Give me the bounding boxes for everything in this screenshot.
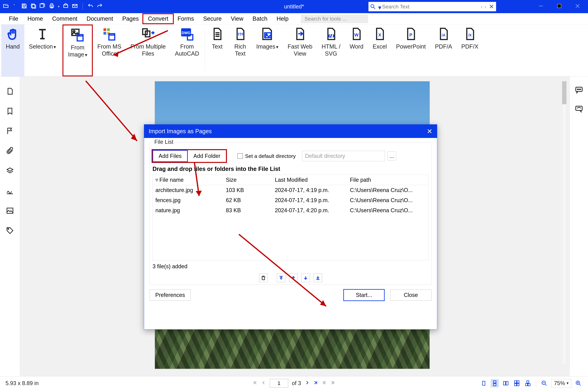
redo-icon[interactable] — [97, 3, 103, 10]
move-up-button[interactable] — [289, 274, 298, 282]
search-next-icon[interactable]: › — [484, 4, 487, 10]
dialog-titlebar[interactable]: Import Images as Pages ✕ — [144, 125, 437, 138]
menu-pages[interactable]: Pages — [118, 14, 144, 23]
zoom-in-button[interactable] — [574, 379, 583, 388]
tool-pdfx[interactable]: /X PDF/X — [457, 25, 483, 76]
menu-view[interactable]: View — [226, 14, 248, 23]
move-down-button[interactable] — [301, 274, 310, 282]
tool-word[interactable]: W Word — [345, 25, 368, 76]
close-icon[interactable] — [575, 3, 581, 10]
menu-document[interactable]: Document — [82, 14, 118, 23]
view-cover-button[interactable] — [524, 379, 532, 388]
next-page-button[interactable] — [305, 380, 310, 387]
zoom-level[interactable]: 75%▾ — [551, 379, 572, 388]
tool-images[interactable]: Images▾ — [252, 25, 283, 76]
print-icon[interactable] — [49, 3, 55, 10]
browse-dir-button[interactable]: ... — [388, 151, 396, 161]
bookmarks-icon[interactable] — [6, 107, 14, 116]
open-file-icon[interactable] — [3, 3, 9, 10]
search-close-icon[interactable]: ✕ — [487, 3, 496, 10]
maximize-icon[interactable] — [556, 3, 562, 10]
tool-pdfa[interactable]: /A PDF/A — [431, 25, 457, 76]
view-facing-cont-button[interactable] — [513, 379, 521, 388]
tool-rich-text[interactable]: RTF Rich Text — [229, 25, 252, 76]
tool-from-image[interactable]: From Image▾ — [62, 25, 93, 76]
save-icon[interactable] — [21, 3, 27, 10]
tool-from-msoffice[interactable]: From MS Office — [93, 25, 126, 76]
save-copy-icon[interactable] — [30, 3, 37, 10]
set-default-dir-checkbox[interactable] — [237, 153, 243, 159]
chat-pane-icon[interactable] — [575, 105, 583, 114]
menu-forms[interactable]: Forms — [173, 14, 198, 23]
menu-batch[interactable]: Batch — [248, 14, 272, 23]
view-single-button[interactable] — [480, 379, 488, 388]
move-top-button[interactable] — [277, 274, 286, 282]
menu-home[interactable]: Home — [23, 14, 48, 23]
layers-icon[interactable] — [6, 167, 14, 176]
svg-rect-60 — [528, 384, 530, 386]
menu-convert[interactable]: Convert — [143, 13, 174, 24]
tool-from-multiple-files[interactable]: From Multiple Files — [126, 25, 170, 76]
col-last-modified[interactable]: Last Modified — [275, 177, 350, 183]
vertical-scrollbar[interactable] — [562, 81, 567, 364]
svg-rect-58 — [527, 381, 529, 383]
tool-selection[interactable]: Selection▾ — [24, 25, 60, 76]
attachments-icon[interactable] — [6, 147, 14, 156]
undo-icon[interactable] — [88, 3, 94, 10]
zoom-out-button[interactable] — [540, 379, 548, 388]
tags-icon[interactable] — [6, 227, 14, 236]
delete-row-button[interactable] — [259, 274, 268, 282]
add-folder-button[interactable]: Add Folder — [188, 150, 226, 162]
dialog-close-icon[interactable]: ✕ — [427, 127, 433, 135]
email-icon[interactable] — [72, 3, 78, 10]
move-bottom-button[interactable] — [314, 274, 322, 282]
prev-page-button[interactable] — [261, 380, 266, 387]
table-row[interactable]: fences.jpg62 KB2024-07-17, 4:19 p.m.C:\U… — [153, 195, 429, 205]
menu-file[interactable]: File — [4, 14, 23, 23]
thumbnails-icon[interactable] — [6, 87, 14, 97]
signature-icon[interactable] — [6, 187, 14, 196]
tool-hand[interactable]: Hand — [1, 25, 24, 76]
view-facing-button[interactable] — [502, 379, 510, 388]
tool-excel[interactable]: X Excel — [368, 25, 392, 76]
image-panel-icon[interactable] — [6, 207, 14, 216]
flag-icon[interactable] — [6, 127, 14, 136]
chevron-down-icon[interactable]: ▼ — [377, 5, 381, 8]
first-page-button[interactable] — [253, 380, 257, 387]
tool-text[interactable]: Text — [206, 25, 229, 76]
view-continuous-button[interactable] — [490, 379, 499, 388]
add-files-button[interactable]: Add Files — [152, 150, 188, 162]
prev-view-button[interactable] — [322, 380, 327, 387]
comments-pane-icon[interactable] — [575, 86, 583, 96]
menu-help[interactable]: Help — [272, 14, 293, 23]
preferences-button[interactable]: Preferences — [149, 290, 191, 300]
menu-secure[interactable]: Secure — [198, 14, 226, 23]
next-view-button[interactable] — [331, 380, 335, 387]
svg-line-65 — [580, 384, 581, 386]
menu-comment[interactable]: Comment — [48, 14, 82, 23]
scan-icon[interactable] — [63, 3, 69, 10]
dialog-title: Import Images as Pages — [149, 128, 212, 135]
save-all-icon[interactable] — [40, 3, 46, 10]
tools-search-input[interactable]: Search for tools ... — [301, 14, 368, 23]
col-file-name[interactable]: ▿File name — [155, 177, 226, 183]
tool-fast-web-view[interactable]: Fast Web View — [283, 25, 317, 76]
search-box[interactable]: ▼ ‹ › ✕ — [368, 2, 496, 11]
table-row[interactable]: architecture.jpg103 KB2024-07-17, 4:19 p… — [153, 185, 429, 195]
tool-html-svg[interactable]: HTML / SVG — [317, 25, 345, 76]
file-table[interactable]: ▿File name Size Last Modified File path … — [152, 175, 429, 260]
tool-powerpoint[interactable]: P PowerPoint — [392, 25, 430, 76]
tool-from-autocad[interactable]: DWG From AutoCAD — [170, 25, 204, 76]
col-size[interactable]: Size — [226, 177, 275, 183]
minimize-icon[interactable] — [538, 3, 544, 10]
default-dir-input[interactable]: Default directory — [302, 151, 385, 161]
search-prev-icon[interactable]: ‹ — [480, 4, 484, 10]
last-page-button[interactable] — [313, 380, 318, 387]
table-row[interactable]: nature.jpg83 KB2024-07-17, 4:20 p.m.C:\U… — [153, 205, 429, 215]
close-button[interactable]: Close — [390, 290, 432, 300]
start-button[interactable]: Start... — [343, 289, 385, 301]
col-file-path[interactable]: File path — [350, 177, 426, 183]
page-number-input[interactable] — [270, 379, 288, 388]
search-input[interactable] — [382, 4, 480, 10]
group-legend: File List — [153, 139, 175, 145]
